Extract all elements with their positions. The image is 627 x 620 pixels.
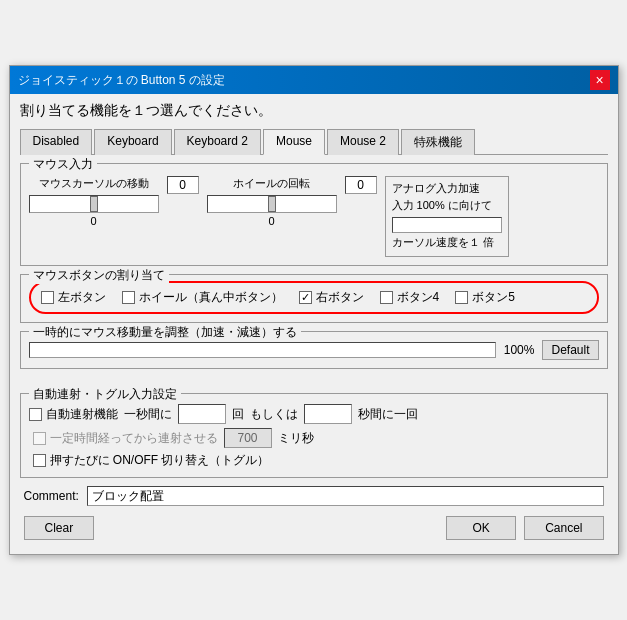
or-label: もしくは	[250, 406, 298, 423]
tab-mouse2[interactable]: Mouse 2	[327, 129, 399, 155]
toggle-checkbox[interactable]: 押すたびに ON/OFF 切り替え（トグル）	[33, 452, 270, 469]
footer-right: OK Cancel	[446, 516, 603, 540]
temp-value: 100%	[504, 343, 535, 357]
analog-box: アナログ入力加速 入力 100% に向けて カーソル速度を１ 倍	[385, 176, 509, 257]
cb-right[interactable]	[299, 291, 312, 304]
mouse-buttons-inner: 左ボタン ホイール（真ん中ボタン） 右ボタン ボタン4 ボタン5	[29, 281, 599, 314]
temp-slider[interactable]	[29, 342, 496, 358]
delay-checkbox[interactable]: 一定時間経ってから連射させる	[33, 430, 218, 447]
cb-auto-fire[interactable]	[29, 408, 42, 421]
temp-section: 一時的にマウス移動量を調整（加速・減速）する 100% Default	[20, 331, 608, 369]
wheel-group: ホイールの回転 0	[207, 176, 337, 227]
mouse-buttons-label: マウスボタンの割り当て	[29, 267, 169, 284]
cursor-slider-container: 0	[29, 195, 159, 227]
cursor-number[interactable]: 0	[167, 176, 199, 194]
cb-toggle[interactable]	[33, 454, 46, 467]
analog-title: アナログ入力加速	[392, 181, 502, 196]
per-second-label: 一秒間に	[124, 406, 172, 423]
auto-row2: 一定時間経ってから連射させる ミリ秒	[29, 428, 599, 448]
mouse-input-section: マウス入力 マウスカーソルの移動 0 0 ホイールの回転	[20, 163, 608, 266]
cb-btn4[interactable]	[380, 291, 393, 304]
cb-right-label: 右ボタン	[316, 289, 364, 306]
ok-button[interactable]: OK	[446, 516, 516, 540]
auto-label: 自動連射・トグル入力設定	[29, 386, 181, 403]
analog-slider[interactable]	[392, 217, 502, 233]
checkbox-btn4[interactable]: ボタン4	[380, 289, 440, 306]
window-title: ジョイスティック１の Button 5 の設定	[18, 72, 225, 89]
cb-wheel[interactable]	[122, 291, 135, 304]
auto-row3: 押すたびに ON/OFF 切り替え（トグル）	[29, 452, 599, 469]
times-label: 回	[232, 406, 244, 423]
footer: Clear OK Cancel	[20, 516, 608, 544]
default-button[interactable]: Default	[542, 340, 598, 360]
checkbox-left[interactable]: 左ボタン	[41, 289, 106, 306]
clear-button[interactable]: Clear	[24, 516, 95, 540]
tab-bar: Disabled Keyboard Keyboard 2 Mouse Mouse…	[20, 128, 608, 155]
window-content: 割り当てる機能を１つ選んでください。 Disabled Keyboard Key…	[10, 94, 618, 554]
cursor-label: マウスカーソルの移動	[39, 176, 149, 191]
toggle-label: 押すたびに ON/OFF 切り替え（トグル）	[50, 452, 270, 469]
auto-fire-label: 自動連射機能	[46, 406, 118, 423]
cursor-slider[interactable]	[29, 195, 159, 213]
temp-label: 一時的にマウス移動量を調整（加速・減速）する	[29, 324, 301, 341]
analog-sub: 入力 100% に向けて	[392, 198, 502, 213]
delay-input[interactable]	[224, 428, 272, 448]
mouse-input-row: マウスカーソルの移動 0 0 ホイールの回転	[29, 176, 599, 257]
mouse-buttons-section: マウスボタンの割り当て 左ボタン ホイール（真ん中ボタン） 右ボタン ボタン4	[20, 274, 608, 323]
instruction-text: 割り当てる機能を１つ選んでください。	[20, 102, 608, 120]
cb-left[interactable]	[41, 291, 54, 304]
wheel-number[interactable]: 0	[345, 176, 377, 194]
wheel-slider[interactable]	[207, 195, 337, 213]
checkbox-right[interactable]: 右ボタン	[299, 289, 364, 306]
title-bar: ジョイスティック１の Button 5 の設定 ×	[10, 66, 618, 94]
cancel-button[interactable]: Cancel	[524, 516, 603, 540]
wheel-label: ホイールの回転	[233, 176, 310, 191]
comment-row: Comment:	[20, 486, 608, 506]
cb-left-label: 左ボタン	[58, 289, 106, 306]
auto-fire-checkbox[interactable]: 自動連射機能	[29, 406, 118, 423]
mouse-input-label: マウス入力	[29, 156, 97, 173]
cb-btn4-label: ボタン4	[397, 289, 440, 306]
checkbox-wheel[interactable]: ホイール（真ん中ボタン）	[122, 289, 283, 306]
main-window: ジョイスティック１の Button 5 の設定 × 割り当てる機能を１つ選んでく…	[9, 65, 619, 555]
checkbox-btn5[interactable]: ボタン5	[455, 289, 515, 306]
close-button[interactable]: ×	[590, 70, 610, 90]
auto-section: 自動連射・トグル入力設定 自動連射機能 一秒間に 回 もしくは 秒間に一回 一定…	[20, 393, 608, 478]
cb-btn5[interactable]	[455, 291, 468, 304]
tab-mouse[interactable]: Mouse	[263, 129, 325, 155]
wheel-slider-thumb[interactable]	[268, 196, 276, 212]
auto-row1: 自動連射機能 一秒間に 回 もしくは 秒間に一回	[29, 404, 599, 424]
tab-disabled[interactable]: Disabled	[20, 129, 93, 155]
tab-keyboard2[interactable]: Keyboard 2	[174, 129, 261, 155]
cursor-value: 0	[90, 215, 96, 227]
temp-row: 100% Default	[29, 340, 599, 360]
tab-special[interactable]: 特殊機能	[401, 129, 475, 155]
cb-wheel-label: ホイール（真ん中ボタン）	[139, 289, 283, 306]
comment-input[interactable]	[87, 486, 604, 506]
cb-btn5-label: ボタン5	[472, 289, 515, 306]
wheel-slider-container: 0	[207, 195, 337, 227]
per-sec-input[interactable]	[304, 404, 352, 424]
per-sec-suffix: 秒間に一回	[358, 406, 418, 423]
cb-delay[interactable]	[33, 432, 46, 445]
tab-keyboard[interactable]: Keyboard	[94, 129, 171, 155]
analog-label: カーソル速度を１ 倍	[392, 235, 502, 250]
ms-label: ミリ秒	[278, 430, 314, 447]
comment-label: Comment:	[24, 489, 79, 503]
per-second-input[interactable]	[178, 404, 226, 424]
cursor-group: マウスカーソルの移動 0	[29, 176, 159, 227]
wheel-value: 0	[268, 215, 274, 227]
delay-label: 一定時間経ってから連射させる	[50, 430, 218, 447]
cursor-slider-thumb[interactable]	[90, 196, 98, 212]
